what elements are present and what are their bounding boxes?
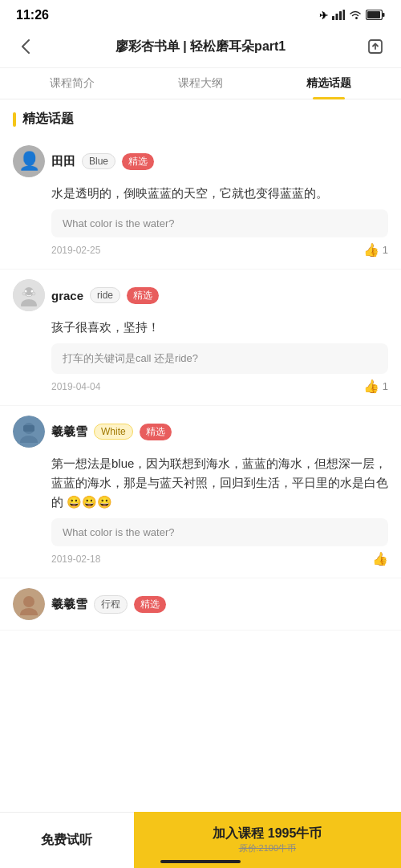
comment-footer-3: 2019-02-18 👍 — [51, 551, 388, 566]
like-count-1: 1 — [383, 244, 388, 256]
thumb-icon-2: 👍 — [363, 379, 379, 394]
comment-header-4: 羲羲雪 行程 精选 — [13, 588, 388, 620]
question-box-2: 打车的关键词是call 还是ride? — [51, 343, 388, 374]
featured-badge-4: 精选 — [134, 596, 166, 613]
comment-card-4: 羲羲雪 行程 精选 — [0, 578, 401, 631]
like-button-2[interactable]: 👍 1 — [363, 379, 388, 394]
back-button[interactable] — [13, 34, 38, 59]
comment-header-2: grace ride 精选 — [13, 279, 388, 311]
section-title: 精选话题 — [0, 99, 401, 136]
content-area: 精选话题 田田 Blue 精选 水是透明的，倒映蓝蓝的天空，它就也变得蓝蓝的。 … — [0, 99, 401, 695]
avatar-3 — [13, 416, 45, 448]
comment-date-2: 2019-04-04 — [51, 381, 100, 392]
username-4: 羲羲雪 — [51, 597, 87, 612]
home-indicator — [160, 860, 241, 863]
avatar-4 — [13, 588, 45, 620]
comment-card-3: 羲羲雪 White 精选 第一想法是blue，因为联想到海水，蓝蓝的海水，但想深… — [0, 406, 401, 578]
join-course-label: 加入课程 1995牛币 — [213, 825, 322, 842]
like-button-3[interactable]: 👍 — [372, 551, 388, 566]
comment-footer-2: 2019-04-04 👍 1 — [51, 379, 388, 394]
comment-card-2: grace ride 精选 孩子很喜欢，坚持！ 打车的关键词是call 还是ri… — [0, 270, 401, 406]
svg-rect-17 — [23, 425, 34, 432]
svg-rect-6 — [383, 13, 385, 17]
featured-badge-1: 精选 — [122, 153, 154, 170]
comment-header-1: 田田 Blue 精选 — [13, 145, 388, 177]
avatar-image-2 — [13, 279, 45, 311]
question-box-1: What color is the water? — [51, 209, 388, 237]
signal-icon — [332, 9, 345, 22]
wifi-icon — [349, 9, 362, 22]
svg-point-16 — [20, 436, 38, 443]
comment-footer-1: 2019-02-25 👍 1 — [51, 242, 388, 258]
svg-rect-2 — [339, 11, 342, 20]
tab-intro[interactable]: 课程简介 — [8, 68, 136, 99]
svg-rect-1 — [336, 14, 338, 20]
page-title: 廖彩杏书单 | 轻松磨耳朵part1 — [38, 39, 363, 55]
username-1: 田田 — [51, 154, 75, 169]
comment-card-1: 田田 Blue 精选 水是透明的，倒映蓝蓝的天空，它就也变得蓝蓝的。 What … — [0, 136, 401, 270]
username-3: 羲羲雪 — [51, 424, 87, 440]
question-box-3: What color is the water? — [51, 518, 388, 546]
comment-date-3: 2019-02-18 — [51, 554, 100, 565]
comment-date-1: 2019-02-25 — [51, 245, 100, 256]
comment-body-3: 第一想法是blue，因为联想到海水，蓝蓝的海水，但想深一层，蓝蓝的海水，那是与蓝… — [51, 454, 388, 512]
svg-point-13 — [22, 292, 26, 295]
tab-topics[interactable]: 精选话题 — [265, 68, 393, 99]
tag-badge-3: White — [94, 424, 133, 440]
like-button-1[interactable]: 👍 1 — [363, 242, 388, 258]
comment-body-2: 孩子很喜欢，坚持！ — [51, 318, 388, 337]
location-icon: ✈ — [319, 10, 328, 22]
avatar-image-1 — [13, 145, 45, 177]
svg-point-14 — [32, 292, 35, 295]
free-trial-button[interactable]: 免费试听 — [0, 812, 134, 868]
tag-badge-2: ride — [90, 287, 120, 303]
share-button[interactable] — [363, 34, 388, 59]
svg-rect-0 — [332, 16, 334, 20]
comment-body-1: 水是透明的，倒映蓝蓝的天空，它就也变得蓝蓝的。 — [51, 184, 388, 203]
tag-badge-1: Blue — [82, 153, 115, 169]
original-price-label: 原价:2100牛币 — [239, 842, 297, 854]
featured-badge-2: 精选 — [127, 287, 159, 304]
avatar-image-4 — [13, 588, 45, 620]
avatar-image-3 — [13, 416, 45, 448]
avatar-2 — [13, 279, 45, 311]
username-2: grace — [51, 289, 83, 302]
thumb-icon-3: 👍 — [372, 551, 388, 566]
status-time: 11:26 — [16, 8, 49, 22]
svg-rect-5 — [367, 11, 380, 18]
like-count-2: 1 — [383, 380, 388, 392]
thumb-icon-1: 👍 — [363, 242, 379, 258]
comment-header-3: 羲羲雪 White 精选 — [13, 416, 388, 448]
status-icons: ✈ — [319, 9, 385, 22]
svg-rect-3 — [343, 10, 346, 20]
avatar-1 — [13, 145, 45, 177]
tab-bar: 课程简介 课程大纲 精选话题 — [0, 68, 401, 99]
svg-point-18 — [23, 596, 34, 607]
svg-point-10 — [21, 299, 37, 306]
tag-badge-4: 行程 — [94, 595, 128, 614]
battery-icon — [366, 9, 385, 22]
svg-point-19 — [20, 608, 38, 615]
status-bar: 11:26 ✈ — [0, 0, 401, 27]
header: 廖彩杏书单 | 轻松磨耳朵part1 — [0, 27, 401, 68]
title-bar-accent — [13, 112, 16, 127]
featured-badge-3: 精选 — [140, 424, 172, 440]
tab-outline[interactable]: 课程大纲 — [136, 68, 265, 99]
